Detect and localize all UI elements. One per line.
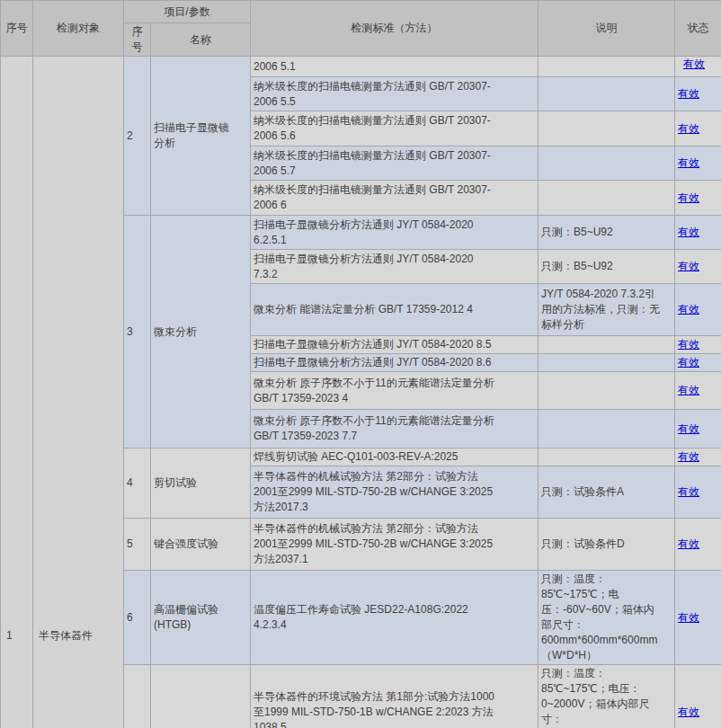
note-cell	[539, 77, 675, 111]
standard-cell: 焊线剪切试验 AEC-Q101-003-REV-A:2025	[251, 448, 539, 466]
standard-cell: 微束分析 能谱法定量分析 GB/T 17359-2012 4	[251, 284, 539, 336]
standard-cell: 微束分析 原子序数不小于11的元素能谱法定量分析 GB/T 17359-2023…	[251, 410, 539, 448]
item-name-cell: 微束分析	[151, 216, 251, 448]
note-cell	[539, 181, 675, 216]
status-cell: 有效	[675, 250, 721, 284]
status-cell: 有效	[675, 111, 721, 146]
status-cell: 有效	[675, 354, 721, 372]
note-cell: 只测：试验条件D	[539, 519, 675, 571]
status-link[interactable]: 有效	[678, 356, 699, 368]
status-link[interactable]: 有效	[678, 338, 699, 351]
status-link[interactable]: 有效	[678, 384, 699, 396]
item-num-cell: 3	[124, 216, 151, 448]
item-name-cell: 扫描电子显微镜 分析	[151, 57, 251, 216]
status-link[interactable]: 有效	[678, 303, 699, 315]
test-capability-table-screen: 序号 检测对象 项目/参数 检测标准（方法） 说明 状态 序号 名称 1 半导体…	[0, 0, 721, 728]
note-cell	[539, 448, 675, 466]
note-cell: 只测：温度： 85℃~175℃；电压： 0~2000V；箱体内部尺 寸： 600…	[539, 665, 675, 728]
standard-cell: 温度偏压工作寿命试验 JESD22-A108G:2022 4.2.3.4	[251, 571, 539, 665]
status-cell: 有效	[675, 57, 721, 77]
object-name: 半导体器件	[39, 628, 93, 644]
item-name-cell: 高温栅偏试验 (HTGB)	[151, 571, 251, 665]
note-cell: 只测：B5~U92	[539, 250, 675, 284]
note-cell	[539, 372, 675, 410]
standard-cell: 半导体器件的机械试验方法 第2部分：试验方法 2001至2999 MIL-STD…	[251, 466, 539, 519]
standard-cell: 纳米级长度的扫描电镜测量方法通则 GB/T 20307- 2006 5.7	[251, 146, 539, 181]
header-row-1: 序号 检测对象 项目/参数 检测标准（方法） 说明 状态	[1, 1, 721, 23]
standard-cell: 纳米级长度的扫描电镜测量方法通则 GB/T 20307- 2006 6	[251, 181, 539, 216]
status-cell: 有效	[675, 448, 721, 466]
header-standard: 检测标准（方法）	[251, 1, 539, 57]
status-link[interactable]: 有效	[683, 57, 705, 72]
standard-cell: 纳米级长度的扫描电镜测量方法通则 GB/T 20307- 2006 5.6	[251, 111, 539, 146]
standard-cell: 2006 5.1	[251, 57, 539, 77]
header-item-serial: 序号	[124, 23, 151, 57]
status-link[interactable]: 有效	[678, 706, 699, 718]
item-name-cell: 键合强度试验	[151, 519, 251, 571]
note-cell	[539, 336, 675, 354]
status-link[interactable]: 有效	[678, 122, 699, 135]
note-cell	[539, 57, 675, 77]
standard-cell: 半导体器件的机械试验方法 第2部分：试验方法 2001至2999 MIL-STD…	[251, 519, 539, 571]
header-note: 说明	[539, 1, 675, 57]
standard-cell: 半导体器件的环境试验方法 第1部分:试验方法1000 至1999 MIL-STD…	[251, 665, 539, 728]
standard-cell: 微束分析 原子序数不小于11的元素能谱法定量分析 GB/T 17359-2023…	[251, 372, 539, 410]
status-link[interactable]: 有效	[678, 260, 699, 272]
item-num-cell: 4	[124, 448, 151, 519]
note-cell: 只测：B5~U92	[539, 216, 675, 250]
status-link[interactable]: 有效	[678, 156, 699, 169]
note-cell: 只测：试验条件A	[539, 466, 675, 519]
status-cell: 有效	[675, 284, 721, 336]
status-cell: 有效	[675, 336, 721, 354]
status-link[interactable]: 有效	[678, 537, 699, 550]
item-name-cell: 高温反偏试验	[151, 665, 251, 728]
object-name-cell: 半导体器件	[33, 57, 124, 728]
status-cell: 有效	[675, 571, 721, 665]
note-cell	[539, 410, 675, 448]
capability-table: 序号 检测对象 项目/参数 检测标准（方法） 说明 状态 序号 名称 1 半导体…	[0, 0, 721, 728]
status-link[interactable]: 有效	[678, 226, 699, 238]
item-name-cell: 剪切试验	[151, 448, 251, 519]
header-item-param: 项目/参数	[124, 1, 251, 23]
status-cell: 有效	[675, 77, 721, 111]
note-cell: JY/T 0584-2020 7.3.2引 用的方法标准，只测：无 标样分析	[539, 284, 675, 336]
status-link[interactable]: 有效	[678, 485, 699, 498]
status-cell: 有效	[675, 665, 721, 728]
standard-cell: 扫描电子显微镜分析方法通则 JY/T 0584-2020 6.2.5.1	[251, 216, 539, 250]
note-cell	[539, 111, 675, 146]
item-num-cell	[124, 665, 151, 728]
standard-cell: 扫描电子显微镜分析方法通则 JY/T 0584-2020 8.5	[251, 336, 539, 354]
status-link[interactable]: 有效	[678, 450, 699, 463]
status-link[interactable]: 有效	[678, 422, 699, 435]
standard-cell: 扫描电子显微镜分析方法通则 JY/T 0584-2020 8.6	[251, 354, 539, 372]
header-status: 状态	[675, 1, 721, 57]
note-cell	[539, 354, 675, 372]
status-cell: 有效	[675, 146, 721, 181]
item-num-cell: 6	[124, 571, 151, 665]
status-cell: 有效	[675, 372, 721, 410]
status-link[interactable]: 有效	[678, 191, 699, 204]
item-num-cell: 5	[124, 519, 151, 571]
header-serial: 序号	[1, 1, 33, 57]
status-link[interactable]: 有效	[678, 611, 699, 624]
status-cell: 有效	[675, 181, 721, 216]
note-cell	[539, 146, 675, 181]
table-row: 1 半导体器件 2 扫描电子显微镜 分析 2006 5.1 有效	[1, 57, 721, 77]
status-cell: 有效	[675, 410, 721, 448]
object-serial: 1	[6, 628, 13, 644]
item-num-cell: 2	[124, 57, 151, 216]
status-cell: 有效	[675, 466, 721, 519]
status-cell: 有效	[675, 216, 721, 250]
note-cell: 只测：温度： 85℃~175℃；电 压：-60V~60V；箱体内 部尺寸： 60…	[539, 571, 675, 665]
status-link[interactable]: 有效	[678, 87, 699, 100]
header-object: 检测对象	[33, 1, 124, 57]
standard-cell: 扫描电子显微镜分析方法通则 JY/T 0584-2020 7.3.2	[251, 250, 539, 284]
status-cell: 有效	[675, 519, 721, 571]
object-serial-cell: 1	[1, 57, 33, 728]
standard-cell: 纳米级长度的扫描电镜测量方法通则 GB/T 20307- 2006 5.5	[251, 77, 539, 111]
header-item-name: 名称	[151, 23, 251, 57]
